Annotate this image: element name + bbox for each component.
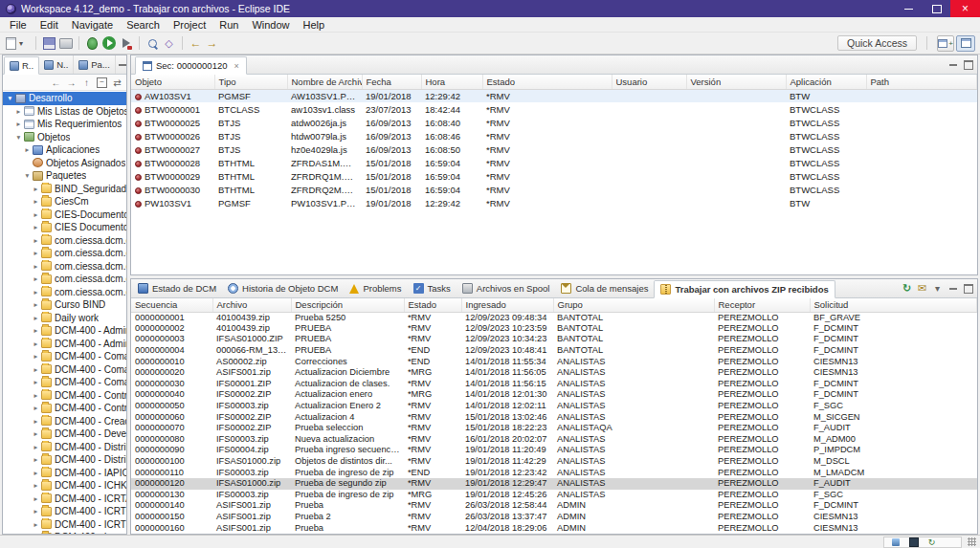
column-header-receptor[interactable]: Receptor	[714, 298, 810, 312]
open-type-icon[interactable]	[162, 36, 176, 51]
expand-arrow-icon[interactable]: ▸	[32, 223, 40, 231]
tab-problems[interactable]: Problems	[344, 279, 407, 297]
table-row[interactable]: 0000000150ASIFS001.zipPrueba 2*RMV26/03/…	[131, 512, 977, 523]
table-row[interactable]: 000000000140100439.zipPrueba 5250*RMV12/…	[131, 312, 977, 323]
resource-perspective-icon[interactable]	[956, 35, 975, 52]
close-tab-icon[interactable]: ×	[234, 61, 238, 71]
column-header-estado[interactable]: Estado	[404, 298, 461, 312]
table-row[interactable]: 0000000110IFS00003.zipPrueba de ingreso …	[131, 467, 977, 478]
tree-item[interactable]: ▾Paquetes	[3, 169, 126, 183]
tree-item[interactable]: ▸DCM-400 - IAPICI	[3, 467, 126, 480]
refresh-icon[interactable]	[900, 281, 914, 296]
print-icon[interactable]	[58, 36, 73, 51]
tree-item[interactable]: ▸DCM-400 - Coma	[3, 363, 126, 377]
expand-arrow-icon[interactable]: ▸	[32, 391, 40, 400]
tree-item[interactable]: ▾Objetos	[3, 131, 126, 144]
tree-item[interactable]: ▸Daily work	[3, 312, 126, 325]
table-row[interactable]: 0000000140ASIFS001.zipPrueba*RMV26/03/20…	[131, 500, 977, 512]
table-row[interactable]: 0000000090IFS00004.zipPrueba ingreso sec…	[131, 445, 977, 456]
tree-item[interactable]: ▸DCM-400 - ICRTS	[3, 518, 126, 532]
menu-item-help[interactable]: Help	[297, 17, 332, 32]
collapse-arrow-icon[interactable]: ▾	[14, 133, 23, 142]
column-header-ingresado[interactable]: Ingresado	[461, 298, 553, 312]
tree-item[interactable]: ▸com.ciessa.ocm.c	[3, 286, 126, 299]
forward-nav-icon[interactable]	[205, 36, 219, 51]
tree-item[interactable]: ▸Curso BIND	[3, 298, 126, 312]
editor-tab[interactable]: Sec: 0000000120 ×	[135, 56, 247, 75]
column-header-nombre-de-archivo[interactable]: Nombre de Archivo	[287, 75, 362, 89]
expand-arrow-icon[interactable]: ▸	[32, 404, 40, 412]
win-maximize-icon[interactable]	[923, 0, 950, 17]
tree-item[interactable]: ▸DCM-400 - Creaci	[3, 415, 126, 428]
search-icon[interactable]	[145, 36, 160, 51]
tree-item[interactable]: ▸DCM-400 - Impor	[3, 531, 126, 534]
tree-item[interactable]: ▸CIES Documentos	[3, 221, 126, 234]
tree-item[interactable]: ▸Mis Listas de Objetos	[3, 105, 126, 119]
back-nav-icon[interactable]	[189, 36, 203, 51]
open-perspective-icon[interactable]	[937, 35, 954, 52]
win-minimize-icon[interactable]	[895, 0, 923, 17]
tree-item[interactable]: ▸DCM-400 - Admin	[3, 338, 126, 351]
table-row[interactable]: 0000000004000066-RM_13240.zipPRUEBA*END1…	[131, 345, 977, 357]
expand-arrow-icon[interactable]: ▸	[32, 443, 40, 451]
expand-arrow-icon[interactable]: ▸	[32, 429, 40, 438]
sync-icon[interactable]	[924, 535, 939, 548]
column-header-solicitud[interactable]: Solicitud	[810, 298, 977, 312]
win-close-icon[interactable]	[950, 0, 980, 17]
tree-item[interactable]: ▸DCM-400 - Admin	[3, 324, 126, 338]
table-row[interactable]: BTW0000001BTCLASSaw103sv1.class23/07/201…	[131, 102, 977, 116]
expand-arrow-icon[interactable]: ▸	[32, 365, 40, 374]
tree-item[interactable]: ▸BIND_Seguridad	[3, 183, 126, 196]
expand-arrow-icon[interactable]: ▸	[32, 249, 40, 257]
collapse-all-icon[interactable]	[95, 76, 109, 90]
tab-estado-de-dcm[interactable]: Estado de DCM	[132, 279, 222, 297]
column-header-archivo[interactable]: Archivo	[212, 298, 291, 312]
collapse-arrow-icon[interactable]: ▾	[23, 171, 32, 180]
tree-item[interactable]: ▸com.ciessa.dcm.e	[3, 247, 126, 260]
view-tab-r[interactable]: R..	[4, 56, 39, 75]
expand-arrow-icon[interactable]: ▸	[32, 352, 40, 361]
forward-icon[interactable]	[64, 76, 78, 90]
expand-arrow-icon[interactable]: ▸	[32, 378, 40, 386]
expand-arrow-icon[interactable]: ▸	[32, 274, 40, 283]
tree-item[interactable]: ▸DCM-400 - Distrib	[3, 441, 126, 454]
debug-icon[interactable]	[85, 36, 100, 51]
maximize-icon[interactable]	[961, 57, 975, 72]
column-header-hora[interactable]: Hora	[421, 75, 482, 89]
maximize-icon[interactable]	[961, 281, 975, 296]
expand-arrow-icon[interactable]: ▸	[32, 533, 40, 534]
menu-item-project[interactable]: Project	[167, 17, 212, 32]
tab-trabajar-con-archivos-zip-recibidos[interactable]: Trabajar con archivos ZIP recibidos	[654, 280, 835, 298]
table-row[interactable]: BTW0000029BTHTMLZFRDRQ1M.HTML15/01/20181…	[131, 169, 977, 183]
table-row[interactable]: 0000000030IFS00001.ZIPActualizacion de c…	[131, 379, 977, 390]
menu-item-search[interactable]: Search	[120, 17, 167, 32]
table-row[interactable]: 0000000020ASIFS001.zipActualizacion Dici…	[131, 367, 977, 379]
link-editor-icon[interactable]	[110, 76, 124, 90]
tree-item[interactable]: ▸Aplicaciones	[3, 143, 126, 157]
menu-item-run[interactable]: Run	[212, 17, 245, 32]
column-header-usuario[interactable]: Usuario	[612, 75, 686, 89]
activity-icon[interactable]	[888, 535, 902, 548]
resize-grip-icon[interactable]	[968, 537, 976, 546]
table-row[interactable]: BTW0000030BTHTMLZFRDRQ2M.HTML15/01/20181…	[131, 183, 977, 196]
up-icon[interactable]	[79, 76, 94, 90]
save-icon[interactable]	[42, 36, 56, 51]
table-row[interactable]: 0000000160ASIFS001.zipPrueba*RMV12/04/20…	[131, 522, 977, 534]
expand-arrow-icon[interactable]: ▸	[14, 120, 23, 128]
expand-arrow-icon[interactable]: ▸	[32, 262, 40, 271]
tree-item[interactable]: ▸CiesCm	[3, 195, 126, 208]
table-row[interactable]: BTW0000026BTJShtdw0079la.js16/09/201316:…	[131, 129, 977, 142]
column-header-descripci-n[interactable]: Descripción	[291, 298, 404, 312]
expand-arrow-icon[interactable]: ▸	[32, 520, 40, 529]
new-dropdown-icon[interactable]	[5, 36, 30, 51]
tree-item[interactable]: ▸DCM-400 - ICRTA	[3, 493, 126, 506]
view-tab-pa[interactable]: Pa...	[74, 55, 116, 74]
not-ifications-icon[interactable]	[943, 535, 957, 548]
table-row[interactable]: 0000000130IFS00003.zipPrueba de ingreso …	[131, 490, 977, 501]
tab-historia-de-objeto-dcm[interactable]: Historia de Objeto DCM	[222, 279, 344, 297]
expand-arrow-icon[interactable]: ▸	[32, 507, 40, 515]
table-row[interactable]: 0000000040IFS00002.ZIPActualizacion ener…	[131, 389, 977, 401]
external-tools-icon[interactable]	[119, 36, 133, 51]
expand-arrow-icon[interactable]: ▸	[32, 455, 40, 464]
mail-icon[interactable]	[915, 281, 929, 296]
